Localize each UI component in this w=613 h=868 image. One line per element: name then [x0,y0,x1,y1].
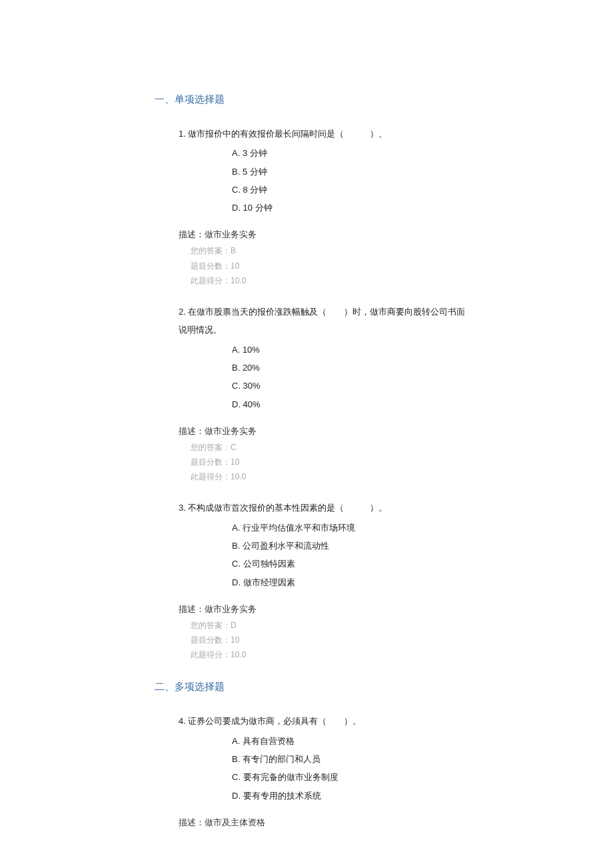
question-meta: 您的答案：D 题目分数：10 此题得分：10.0 [191,618,466,663]
question-3: 3. 不构成做市首次报价的基本性因素的是（ ）。 A. 行业平均估值水平和市场环… [179,499,466,662]
your-answer: 您的答案：D [191,618,466,633]
description-label: 描述：做市业务实务 [179,603,466,615]
question-score: 此题得分：10.0 [191,647,466,662]
options-list: A. 10% B. 20% C. 30% D. 40% [232,341,466,413]
option-b: B. 有专门的部门和人员 [232,750,466,768]
option-a: A. 3 分钟 [232,144,466,162]
option-c: C. 公司独特因素 [232,555,466,573]
option-d: D. 10 分钟 [232,199,466,217]
question-score: 此题得分：10.0 [191,469,466,484]
option-b: B. 公司盈利水平和流动性 [232,537,466,555]
question-meta: 您的答案：C 题目分数：10 此题得分：10.0 [191,440,466,485]
question-1: 1. 做市报价中的有效报价最长间隔时间是（ ）。 A. 3 分钟 B. 5 分钟… [179,125,466,288]
section-2-title: 二、多项选择题 [155,681,613,693]
description-label: 描述：做市业务实务 [179,425,466,437]
your-answer: 您的答案：B [191,243,466,258]
document-page: 一、单项选择题 1. 做市报价中的有效报价最长间隔时间是（ ）。 A. 3 分钟… [0,0,613,868]
question-4: 4. 证券公司要成为做市商，必须具有（ ）。 A. 具有自营资格 B. 有专门的… [179,712,466,828]
option-d: D. 做市经理因素 [232,573,466,591]
option-a: A. 行业平均估值水平和市场环境 [232,519,466,537]
option-d: D. 要有专用的技术系统 [232,787,466,805]
question-points: 题目分数：10 [191,455,466,469]
option-c: C. 8 分钟 [232,181,466,199]
question-text: 2. 在做市股票当天的报价涨跌幅触及（ ）时，做市商要向股转公司书面说明情况。 [179,303,466,339]
question-score: 此题得分：10.0 [191,273,466,288]
option-b: B. 20% [232,359,466,377]
options-list: A. 行业平均估值水平和市场环境 B. 公司盈利水平和流动性 C. 公司独特因素… [232,519,466,591]
option-c: C. 30% [232,377,466,395]
option-a: A. 具有自营资格 [232,732,466,750]
option-d: D. 40% [232,395,466,413]
option-a: A. 10% [232,341,466,359]
question-points: 题目分数：10 [191,633,466,647]
question-meta: 您的答案：B 题目分数：10 此题得分：10.0 [191,243,466,288]
options-list: A. 具有自营资格 B. 有专门的部门和人员 C. 要有完备的做市业务制度 D.… [232,732,466,805]
your-answer: 您的答案：C [191,440,466,455]
section-1-title: 一、单项选择题 [155,93,613,106]
description-label: 描述：做市及主体资格 [179,817,466,829]
question-2: 2. 在做市股票当天的报价涨跌幅触及（ ）时，做市商要向股转公司书面说明情况。 … [179,303,466,484]
question-text: 3. 不构成做市首次报价的基本性因素的是（ ）。 [179,499,466,517]
option-b: B. 5 分钟 [232,163,466,181]
question-points: 题目分数：10 [191,259,466,273]
options-list: A. 3 分钟 B. 5 分钟 C. 8 分钟 D. 10 分钟 [232,144,466,217]
description-label: 描述：做市业务实务 [179,229,466,241]
question-text: 1. 做市报价中的有效报价最长间隔时间是（ ）。 [179,125,466,143]
option-c: C. 要有完备的做市业务制度 [232,768,466,786]
question-text: 4. 证券公司要成为做市商，必须具有（ ）。 [179,712,466,730]
